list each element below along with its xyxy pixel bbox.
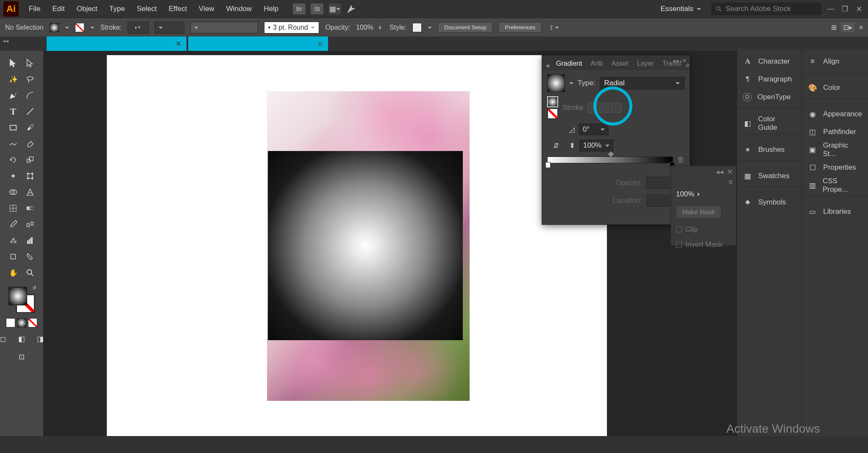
- type-tool[interactable]: T: [5, 103, 22, 120]
- menu-type[interactable]: Type: [103, 2, 131, 16]
- fill-box[interactable]: [8, 287, 27, 305]
- brush-def[interactable]: [190, 22, 258, 34]
- hand-tool[interactable]: ✋: [5, 265, 22, 281]
- gradient-stroke-swatch[interactable]: [547, 108, 558, 119]
- color-stop-left[interactable]: [545, 162, 551, 168]
- preferences-button[interactable]: Preferences: [498, 22, 542, 33]
- width-tool[interactable]: ✦: [5, 168, 22, 184]
- slice-tool[interactable]: [22, 249, 39, 265]
- gradient-fill-swatch[interactable]: [547, 96, 558, 107]
- window-minimize[interactable]: —: [827, 5, 836, 13]
- tab-asset[interactable]: Asset: [607, 57, 633, 70]
- rotate-tool[interactable]: [5, 152, 22, 168]
- var-width-profile[interactable]: [155, 22, 184, 34]
- gradient-rectangle[interactable]: [268, 151, 463, 340]
- midpoint-stop[interactable]: [608, 151, 614, 157]
- gradient-mode[interactable]: [17, 318, 26, 327]
- opacity-value[interactable]: 100%: [676, 190, 694, 199]
- arrange-docs-icon[interactable]: ▦: [328, 3, 341, 14]
- gradient-slider[interactable]: [547, 157, 673, 163]
- tab-artboards[interactable]: Artb: [586, 57, 607, 70]
- style-swatch[interactable]: [412, 23, 422, 32]
- menu-object[interactable]: Object: [71, 2, 103, 16]
- direct-selection-tool[interactable]: [22, 55, 39, 71]
- menu-edit[interactable]: Edit: [46, 2, 70, 16]
- magic-wand-tool[interactable]: ✨: [5, 71, 22, 87]
- free-transform-tool[interactable]: [22, 168, 39, 184]
- none-mode[interactable]: [28, 318, 37, 327]
- blend-tool[interactable]: [22, 216, 39, 232]
- close-tab-icon[interactable]: ✕: [175, 39, 181, 48]
- draw-normal[interactable]: ◻: [0, 331, 11, 347]
- shaper-tool[interactable]: [5, 136, 22, 152]
- panel-graphic-styles[interactable]: ▣Graphic St...: [802, 141, 868, 159]
- zoom-tool[interactable]: [22, 265, 39, 281]
- tab-gradient[interactable]: Gradient: [552, 57, 586, 70]
- search-stock-input[interactable]: Search Adobe Stock: [711, 3, 821, 15]
- rectangle-tool[interactable]: [5, 120, 22, 136]
- gradient-preview[interactable]: [547, 74, 565, 92]
- window-restore[interactable]: ❐: [842, 5, 850, 13]
- shape-builder-tool[interactable]: [5, 184, 22, 200]
- menu-help[interactable]: Help: [258, 2, 284, 16]
- mesh-tool[interactable]: [5, 200, 22, 216]
- angle-input[interactable]: 0°: [579, 123, 609, 135]
- panel-collapse-icon[interactable]: ◂◂: [673, 57, 679, 64]
- link-icon[interactable]: ⇵: [547, 141, 565, 150]
- perspective-tool[interactable]: [22, 184, 39, 200]
- stroke-align-3[interactable]: [611, 103, 621, 113]
- color-mode[interactable]: [6, 318, 15, 327]
- opacity-flyout[interactable]: [379, 24, 384, 31]
- menu-window[interactable]: Window: [220, 2, 258, 16]
- panel-swatches[interactable]: ▦Swatches: [737, 167, 801, 185]
- clip-checkbox[interactable]: [676, 226, 682, 232]
- stroke-swatch[interactable]: [75, 23, 84, 32]
- document-tab-1[interactable]: ✕: [47, 36, 186, 51]
- stroke-align-2[interactable]: [599, 103, 609, 113]
- column-graph-tool[interactable]: [22, 232, 39, 249]
- selection-tool[interactable]: [5, 55, 22, 71]
- ctrl-icon-3[interactable]: ≡: [859, 24, 863, 31]
- panel-close-icon[interactable]: ✕: [727, 168, 733, 176]
- panel-properties[interactable]: ☐Properties: [802, 159, 868, 176]
- ctrl-icon-1[interactable]: ⊞: [831, 23, 837, 31]
- screen-mode[interactable]: ⊡: [13, 349, 30, 365]
- stroke-profile[interactable]: • 3 pt. Round: [264, 22, 319, 34]
- aspect-input[interactable]: 100%: [579, 140, 613, 151]
- panel-brushes[interactable]: ✶Brushes: [737, 141, 801, 159]
- stock-icon[interactable]: St: [311, 3, 323, 14]
- menu-select[interactable]: Select: [131, 2, 163, 16]
- panel-pathfinder[interactable]: ◫Pathfinder: [802, 123, 868, 141]
- symbol-sprayer-tool[interactable]: ⁂: [5, 232, 22, 249]
- fill-stroke-control[interactable]: ↺: [7, 285, 36, 315]
- make-mask-button[interactable]: Make Mask: [676, 205, 721, 218]
- eraser-tool[interactable]: [22, 136, 39, 152]
- menu-view[interactable]: View: [193, 2, 220, 16]
- panel-collapse-icon[interactable]: ◂◂: [716, 168, 723, 176]
- curvature-tool[interactable]: [22, 87, 39, 103]
- workspace-switcher[interactable]: Essentials: [657, 3, 705, 15]
- panel-symbols[interactable]: ♣Symbols: [737, 193, 801, 211]
- stroke-weight[interactable]: ▲▼: [128, 22, 149, 34]
- menu-effect[interactable]: Effect: [163, 2, 193, 16]
- menu-file[interactable]: File: [23, 2, 46, 16]
- line-tool[interactable]: [22, 103, 39, 120]
- panel-appearance[interactable]: ◉Appearance: [802, 105, 868, 123]
- paintbrush-tool[interactable]: 🖌: [22, 120, 39, 136]
- document-setup-button[interactable]: Document Setup: [438, 22, 492, 33]
- delete-stop-icon[interactable]: 🗑: [677, 156, 684, 164]
- window-close[interactable]: ✕: [856, 5, 865, 13]
- opacity-value[interactable]: 100%: [356, 24, 373, 31]
- gradient-type-select[interactable]: Radial: [600, 77, 684, 89]
- align-icon[interactable]: ⟟: [550, 24, 559, 31]
- artboard-tool[interactable]: [5, 249, 22, 265]
- panel-color[interactable]: 🎨Color: [802, 79, 868, 97]
- stroke-align-1[interactable]: [587, 103, 598, 113]
- panel-paragraph[interactable]: ¶Paragraph: [737, 70, 801, 88]
- eyedropper-tool[interactable]: [5, 216, 22, 232]
- gradient-tool[interactable]: [22, 200, 39, 216]
- lasso-tool[interactable]: [22, 71, 39, 87]
- panel-close-icon[interactable]: ✕: [682, 57, 687, 64]
- document-tab-2[interactable]: ✕: [188, 36, 328, 51]
- draw-behind[interactable]: ◧: [13, 331, 30, 347]
